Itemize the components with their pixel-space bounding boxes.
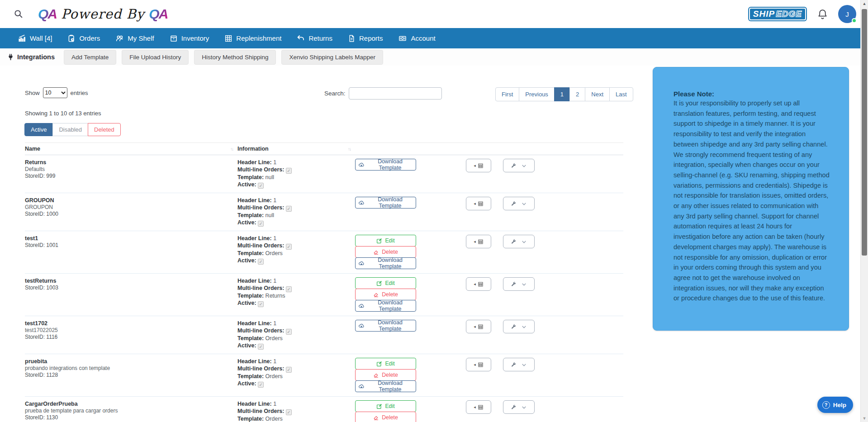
edit-button[interactable]: Edit bbox=[355, 277, 416, 289]
tools-dropdown-button[interactable] bbox=[503, 320, 535, 333]
search-label: Search: bbox=[324, 90, 346, 97]
integration-description: Defaults bbox=[25, 166, 237, 173]
powered-by-text: Powered By bbox=[61, 6, 144, 22]
tools-dropdown-button[interactable] bbox=[503, 159, 535, 172]
filter-disabled-button[interactable]: Disabled bbox=[52, 123, 88, 136]
name-cell: testReturns StoreID: 1003 bbox=[25, 277, 237, 312]
scroll-up-arrow-icon[interactable]: ▲ bbox=[861, 1, 868, 6]
pagination-previous[interactable]: Previous bbox=[519, 87, 555, 101]
tab-integrations[interactable]: Integrations bbox=[4, 53, 58, 61]
nav-item-my-shelf[interactable]: My Shelf bbox=[111, 28, 158, 48]
nav-label: Returns bbox=[308, 34, 332, 42]
nav-item-account[interactable]: Account bbox=[394, 28, 440, 48]
question-circle-icon: ? bbox=[822, 401, 830, 409]
tools-dropdown-button[interactable] bbox=[503, 197, 535, 210]
user-avatar[interactable]: J bbox=[838, 5, 856, 23]
pagination-last[interactable]: Last bbox=[609, 87, 633, 101]
download-template-button[interactable]: Download Template bbox=[355, 197, 416, 209]
row-tools bbox=[503, 320, 535, 350]
page-size-select[interactable]: 10 bbox=[43, 87, 67, 98]
integration-store-id: StoreID: 999 bbox=[25, 173, 237, 180]
vertical-scrollbar[interactable]: ▲ ▼ bbox=[860, 0, 868, 422]
bar-chart-icon bbox=[18, 34, 26, 43]
view-details-button[interactable]: ◂ bbox=[466, 320, 491, 333]
nav-item-replenishment[interactable]: Replenishment bbox=[220, 28, 286, 48]
pagination-page-2[interactable]: 2 bbox=[569, 87, 585, 101]
nav-item-inventory[interactable]: Inventory bbox=[165, 28, 214, 48]
column-header-information[interactable]: Information ↑↓ bbox=[237, 146, 355, 152]
view-details-button[interactable]: ◂ bbox=[466, 277, 491, 291]
delete-button[interactable]: Delete bbox=[355, 369, 416, 381]
tab-file-upload-history[interactable]: File Upload History bbox=[122, 50, 189, 65]
edit-button[interactable]: Edit bbox=[355, 400, 416, 412]
view-details-button[interactable]: ◂ bbox=[466, 358, 491, 371]
row-actions: Download Template bbox=[355, 320, 466, 350]
status-filter-group: Active Disabled Deleted bbox=[25, 123, 623, 136]
active-checkbox-checked-icon: ✓ bbox=[258, 344, 264, 350]
download-template-button[interactable]: Download Template bbox=[355, 257, 416, 269]
cloud-download-icon bbox=[358, 162, 365, 168]
integration-description: prueba de template para cargar orders bbox=[25, 408, 237, 414]
showing-entries-text: Showing 1 to 10 of 13 entries bbox=[25, 110, 623, 117]
delete-button[interactable]: Delete bbox=[355, 412, 416, 422]
search-icon[interactable] bbox=[14, 9, 24, 19]
main-navigation: Wall [4] Orders My Shelf Inventory Reple… bbox=[0, 28, 868, 48]
download-template-button[interactable]: Download Template bbox=[355, 380, 416, 392]
view-details-button[interactable]: ◂ bbox=[466, 235, 491, 248]
nav-item-wall[interactable]: Wall [4] bbox=[14, 28, 57, 48]
nav-item-orders[interactable]: Orders bbox=[63, 28, 104, 48]
scroll-down-arrow-icon[interactable]: ▼ bbox=[861, 416, 868, 421]
nav-item-returns[interactable]: Returns bbox=[292, 28, 337, 48]
tab-history-method-shipping[interactable]: History Method Shipping bbox=[194, 50, 276, 65]
row-actions: Download Template bbox=[355, 197, 466, 227]
table-icon bbox=[478, 281, 484, 287]
edit-pencil-icon bbox=[376, 361, 382, 367]
pagination-next[interactable]: Next bbox=[585, 87, 610, 101]
view-details-button[interactable]: ◂ bbox=[466, 400, 491, 414]
view-details-button[interactable]: ◂ bbox=[466, 197, 491, 210]
table-row: pruebita probando integrations con templ… bbox=[25, 354, 623, 397]
filter-active-button[interactable]: Active bbox=[24, 123, 53, 136]
view-details-button[interactable]: ◂ bbox=[466, 159, 491, 172]
cloud-download-icon bbox=[358, 384, 365, 389]
nav-label: Account bbox=[411, 34, 435, 42]
pagination-page-1[interactable]: 1 bbox=[554, 87, 570, 101]
tools-dropdown-button[interactable] bbox=[503, 277, 535, 291]
active-checkbox-checked-icon: ✓ bbox=[258, 301, 264, 307]
header-line-value: 1 bbox=[273, 401, 276, 407]
download-template-button[interactable]: Download Template bbox=[355, 320, 416, 332]
pagination: First Previous 1 2 Next Last bbox=[496, 87, 633, 101]
edit-button[interactable]: Edit bbox=[355, 358, 416, 370]
caret-left-icon: ◂ bbox=[474, 324, 476, 329]
download-template-button[interactable]: Download Template bbox=[355, 300, 416, 312]
tools-dropdown-button[interactable] bbox=[503, 235, 535, 248]
filter-deleted-button[interactable]: Deleted bbox=[88, 123, 121, 136]
column-header-name[interactable]: Name ↑↓ bbox=[25, 146, 237, 152]
delete-button[interactable]: Delete bbox=[355, 246, 416, 258]
row-tools bbox=[503, 159, 535, 189]
table-row: Returns Defaults StoreID: 999 Header Lin… bbox=[25, 155, 623, 193]
notifications-bell-icon[interactable] bbox=[817, 9, 828, 20]
edit-pencil-icon bbox=[376, 280, 382, 286]
tools-dropdown-button[interactable] bbox=[503, 358, 535, 371]
name-cell: test1702 test17022025 StoreID: 1116 bbox=[25, 320, 237, 350]
scrollbar-thumb[interactable] bbox=[862, 9, 867, 256]
row-secondary-actions: ◂ bbox=[466, 277, 503, 312]
delete-button[interactable]: Delete bbox=[355, 289, 416, 300]
wrench-icon bbox=[511, 362, 517, 368]
pagination-first[interactable]: First bbox=[495, 87, 519, 101]
download-template-button[interactable]: Download Template bbox=[355, 159, 416, 171]
cloud-download-icon bbox=[358, 200, 365, 206]
name-cell: CargarOrderPrueba prueba de template par… bbox=[25, 400, 237, 422]
help-button[interactable]: ? Help bbox=[817, 397, 853, 413]
tab-add-template[interactable]: Add Template bbox=[64, 50, 116, 65]
tab-xenvio-labels-mapper[interactable]: Xenvio Shipping Labels Mapper bbox=[281, 50, 383, 65]
tools-dropdown-button[interactable] bbox=[503, 400, 535, 414]
integration-store-id: StoreID: 1130 bbox=[25, 414, 237, 421]
nav-item-reports[interactable]: Reports bbox=[343, 28, 388, 48]
active-checkbox-checked-icon: ✓ bbox=[258, 221, 264, 227]
active-checkbox-checked-icon: ✓ bbox=[258, 259, 264, 265]
edit-button[interactable]: Edit bbox=[355, 235, 416, 247]
avatar-letter: J bbox=[845, 10, 849, 18]
search-input[interactable] bbox=[349, 87, 442, 100]
